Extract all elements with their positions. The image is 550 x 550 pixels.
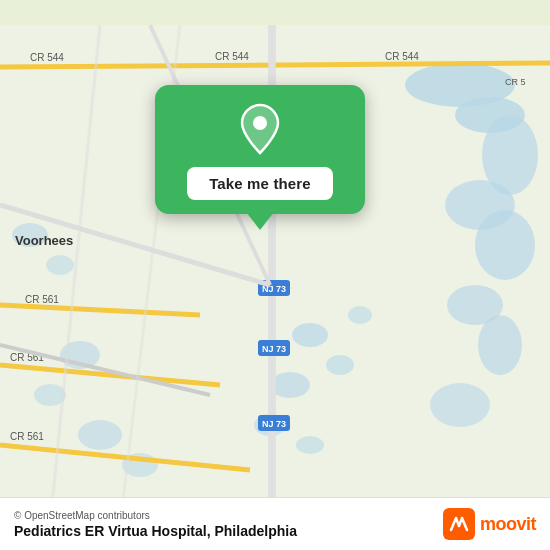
moovit-logo: moovit — [443, 508, 536, 540]
svg-point-46 — [253, 116, 267, 130]
bottom-left: © OpenStreetMap contributors Pediatrics … — [14, 510, 297, 539]
osm-attribution: © OpenStreetMap contributors — [14, 510, 297, 521]
svg-text:CR 544: CR 544 — [30, 52, 64, 63]
svg-text:Voorhees: Voorhees — [15, 233, 73, 248]
take-me-there-button[interactable]: Take me there — [187, 167, 333, 200]
location-icon-wrapper — [234, 103, 286, 155]
place-name: Pediatrics ER Virtua Hospital, Philadelp… — [14, 523, 297, 539]
svg-point-14 — [296, 436, 324, 454]
svg-point-9 — [292, 323, 328, 347]
svg-point-12 — [348, 306, 372, 324]
svg-text:NJ 73: NJ 73 — [262, 344, 286, 354]
location-pin-icon — [238, 103, 282, 155]
svg-point-8 — [430, 383, 490, 427]
moovit-brand-icon — [443, 508, 475, 540]
bottom-bar: © OpenStreetMap contributors Pediatrics … — [0, 497, 550, 550]
svg-point-10 — [326, 355, 354, 375]
map-container: CR 544 CR 544 CR 544 CR 5 CR 561 CR 561 … — [0, 0, 550, 550]
svg-text:CR 544: CR 544 — [215, 51, 249, 62]
popup-card: Take me there — [155, 85, 365, 214]
svg-text:CR 561: CR 561 — [10, 431, 44, 442]
svg-text:CR 544: CR 544 — [385, 51, 419, 62]
svg-point-7 — [478, 315, 522, 375]
moovit-brand-text: moovit — [480, 514, 536, 535]
svg-point-19 — [78, 420, 122, 450]
svg-text:CR 561: CR 561 — [25, 294, 59, 305]
map-background: CR 544 CR 544 CR 544 CR 5 CR 561 CR 561 … — [0, 0, 550, 550]
svg-point-16 — [46, 255, 74, 275]
svg-text:NJ 73: NJ 73 — [262, 419, 286, 429]
svg-point-5 — [475, 210, 535, 280]
svg-text:CR 5: CR 5 — [505, 77, 526, 87]
